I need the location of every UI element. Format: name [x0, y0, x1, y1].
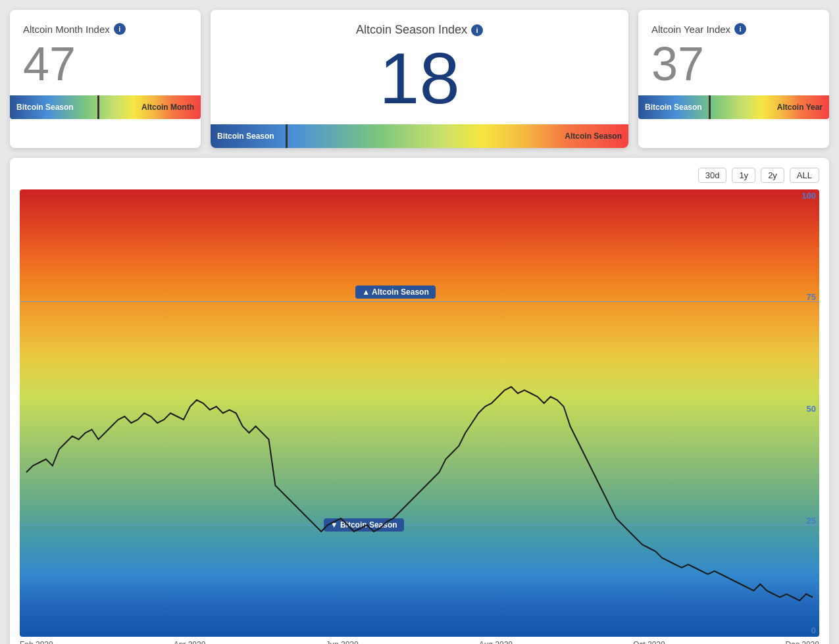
x-label-oct: Oct 2020 [633, 640, 665, 644]
month-gauge-needle [97, 95, 99, 119]
main-gauge-gradient: Bitcoin Season Altcoin Season [211, 124, 628, 148]
main-left-label: Bitcoin Season [217, 132, 274, 141]
chart-polyline [26, 387, 813, 601]
btn-1y[interactable]: 1y [732, 168, 755, 183]
main-info-icon[interactable]: i [471, 24, 483, 36]
main-card-title: Altcoin Season Index i [224, 23, 615, 37]
x-axis-labels: Feb 2020 Apr 2020 Jun 2020 Aug 2020 Oct … [20, 637, 819, 644]
year-right-label: Altcoin Year [777, 103, 823, 112]
chart-section: 30d 1y 2y ALL 100 75 50 25 0 ▲ Altcoin S… [10, 158, 829, 644]
chart-svg [20, 189, 819, 637]
main-title-text: Altcoin Season Index [356, 23, 467, 37]
x-label-dec: Dec 2020 [786, 640, 819, 644]
year-gauge-bar: Bitcoin Season Altcoin Year [638, 95, 829, 119]
year-title-text: Altcoin Year Index [651, 24, 730, 35]
btn-all[interactable]: ALL [790, 168, 819, 183]
x-label-aug: Aug 2020 [479, 640, 513, 644]
year-gauge-gradient: Bitcoin Season Altcoin Year [638, 95, 829, 119]
main-gauge-needle [286, 124, 288, 148]
month-left-label: Bitcoin Season [16, 103, 74, 112]
btn-2y[interactable]: 2y [761, 168, 784, 183]
year-index-card: Altcoin Year Index i 37 Bitcoin Season A… [638, 10, 829, 148]
x-label-jun: Jun 2020 [326, 640, 358, 644]
year-gauge-needle [709, 95, 711, 119]
month-card-title: Altcoin Month Index i [23, 23, 188, 35]
month-title-text: Altcoin Month Index [23, 24, 110, 35]
month-info-icon[interactable]: i [114, 23, 126, 35]
x-label-apr: Apr 2020 [174, 640, 206, 644]
chart-controls: 30d 1y 2y ALL [20, 168, 819, 183]
year-value: 37 [651, 40, 816, 87]
year-card-title: Altcoin Year Index i [651, 23, 816, 35]
month-right-label: Altcoin Month [141, 103, 194, 112]
btn-30d[interactable]: 30d [698, 168, 727, 183]
x-label-feb: Feb 2020 [20, 640, 53, 644]
year-info-icon[interactable]: i [734, 23, 746, 35]
month-gauge-bar: Bitcoin Season Altcoin Month [10, 95, 201, 119]
month-value: 47 [23, 40, 188, 87]
month-index-card: Altcoin Month Index i 47 Bitcoin Season … [10, 10, 201, 148]
main-gauge-bar: Bitcoin Season Altcoin Season [211, 124, 628, 148]
main-index-card: Altcoin Season Index i 18 Bitcoin Season… [211, 10, 628, 148]
main-value: 18 [224, 42, 615, 114]
month-gauge-gradient: Bitcoin Season Altcoin Month [10, 95, 201, 119]
main-right-label: Altcoin Season [565, 132, 622, 141]
chart-container: 100 75 50 25 0 ▲ Altcoin Season ▼ Bitcoi… [20, 189, 819, 637]
year-left-label: Bitcoin Season [645, 103, 702, 112]
